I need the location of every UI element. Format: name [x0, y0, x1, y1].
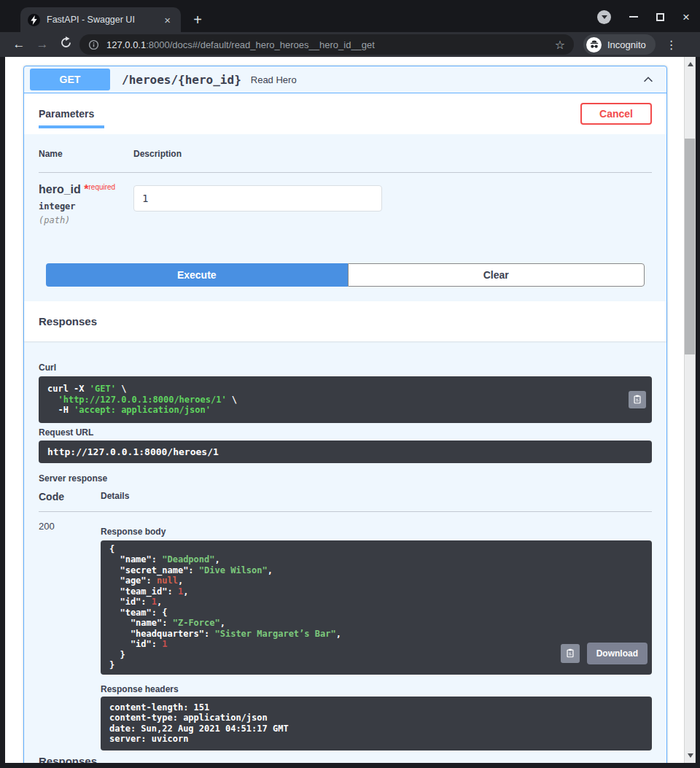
forward-icon[interactable]: →: [31, 37, 54, 52]
page-scrollbar[interactable]: [684, 57, 696, 763]
response-body: { "name": "Deadpond", "secret_name": "Di…: [101, 540, 652, 675]
column-code: Code: [39, 491, 101, 503]
url-bar[interactable]: 127.0.0.1:8000/docs#/default/read_hero_h…: [79, 34, 574, 55]
method-badge: GET: [30, 69, 110, 90]
browser-tabstrip: FastAPI - Swagger UI × + ×: [0, 0, 700, 32]
execute-button[interactable]: Execute: [46, 263, 348, 287]
chevron-down-icon: [602, 15, 607, 19]
responses-section-title: Responses: [24, 301, 666, 341]
incognito-icon: [586, 37, 602, 53]
browser-tab[interactable]: FastAPI - Swagger UI ×: [20, 7, 181, 32]
tab-search-button[interactable]: [597, 10, 611, 24]
url-text[interactable]: 127.0.0.1:8000/docs#/default/read_hero_h…: [106, 39, 555, 50]
response-headers: content-length: 151 content-type: applic…: [101, 697, 652, 750]
tab-title: FastAPI - Swagger UI: [47, 15, 161, 25]
browser-toolbar: ← → 127.0.0.1:8000/docs#/default/read_he…: [0, 32, 700, 57]
hero-id-input[interactable]: [133, 185, 382, 212]
parameter-name: hero_id *required: [39, 183, 133, 196]
site-info-icon[interactable]: [88, 39, 99, 50]
scrollbar-thumb[interactable]: [685, 139, 695, 354]
bookmark-star-icon[interactable]: ☆: [555, 38, 565, 52]
responses-body: Curl curl -X 'GET' \ 'http://127.0.0.1:8…: [24, 341, 666, 763]
status-code: 200: [39, 521, 101, 750]
maximize-button[interactable]: [656, 13, 664, 21]
parameter-location: (path): [39, 215, 133, 225]
scroll-up-icon[interactable]: [688, 62, 693, 66]
column-description: Description: [133, 149, 652, 159]
scroll-down-icon[interactable]: [688, 753, 693, 758]
tab-parameters[interactable]: Parameters: [39, 108, 94, 120]
incognito-badge: Incognito: [583, 34, 656, 55]
fastapi-favicon-icon: [28, 14, 40, 26]
request-url-label: Request URL: [39, 427, 652, 438]
server-response-table: Code Details 200 Response body { "name":…: [39, 491, 652, 750]
operation-path: /heroes/{hero_id}: [122, 73, 241, 87]
copy-response-button[interactable]: [561, 644, 580, 663]
browser-menu-icon[interactable]: ⋮: [666, 38, 677, 52]
parameters-header: Parameters Cancel: [24, 93, 666, 134]
close-window-button[interactable]: ×: [682, 11, 690, 23]
cancel-button[interactable]: Cancel: [580, 103, 652, 125]
execute-row: Execute Clear: [46, 263, 645, 301]
parameter-type: integer: [39, 201, 133, 212]
operation-summary: Read Hero: [251, 74, 297, 85]
incognito-label: Incognito: [607, 39, 646, 50]
minimize-button[interactable]: [629, 16, 638, 18]
new-tab-button[interactable]: +: [188, 10, 207, 29]
column-name: Name: [39, 149, 133, 159]
download-button[interactable]: Download: [587, 643, 648, 664]
curl-command: curl -X 'GET' \ 'http://127.0.0.1:8000/h…: [39, 376, 652, 423]
reload-icon[interactable]: [54, 36, 77, 53]
response-body-label: Response body: [101, 527, 652, 537]
clear-button[interactable]: Clear: [348, 263, 645, 287]
parameter-row: hero_id *required integer (path): [39, 173, 652, 225]
parameters-table: Name Description hero_id *required integ…: [24, 134, 666, 225]
copy-curl-button[interactable]: [629, 391, 646, 408]
operation-header[interactable]: GET /heroes/{hero_id} Read Hero: [24, 66, 666, 93]
back-icon[interactable]: ←: [7, 37, 31, 52]
column-details: Details: [101, 491, 652, 503]
tab-close-icon[interactable]: ×: [161, 14, 174, 26]
documented-responses-title: Responses: [39, 755, 652, 764]
curl-label: Curl: [39, 362, 652, 373]
required-label: required: [88, 183, 115, 191]
response-headers-label: Response headers: [101, 684, 652, 694]
url-path: :8000/docs#/default/read_hero_heroes__he…: [146, 39, 375, 50]
server-response-label: Server response: [39, 473, 652, 484]
collapse-chevron-icon[interactable]: [642, 73, 655, 86]
swagger-page: GET /heroes/{hero_id} Read Hero Paramete…: [5, 57, 684, 763]
url-host: 127.0.0.1: [106, 39, 146, 50]
operation-block: GET /heroes/{hero_id} Read Hero Paramete…: [23, 66, 667, 763]
request-url-value: http://127.0.0.1:8000/heroes/1: [39, 441, 652, 463]
